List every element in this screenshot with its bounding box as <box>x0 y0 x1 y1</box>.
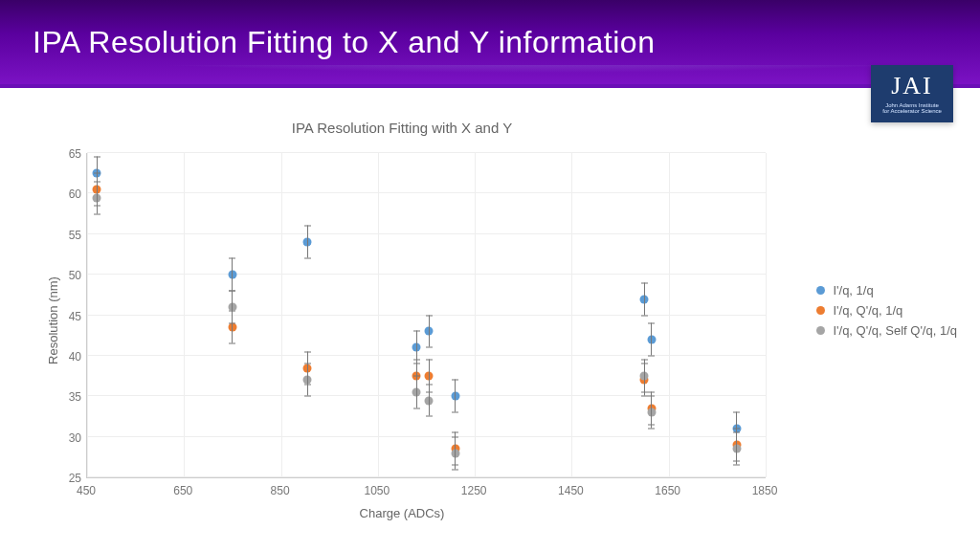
legend-item: I'/q, Q'/q, 1/q <box>816 303 957 318</box>
gridline-h <box>87 192 766 193</box>
data-point <box>228 323 236 332</box>
gridline-h <box>87 274 766 275</box>
jai-logo-line2: for Accelerator Science <box>882 108 942 115</box>
data-point <box>451 392 459 401</box>
y-tick: 40 <box>57 350 81 364</box>
legend-label: I'/q, Q'/q, 1/q <box>833 303 902 318</box>
x-tick: 1850 <box>752 484 778 497</box>
gridline-v <box>766 153 767 477</box>
data-point <box>228 271 236 279</box>
chart-title: IPA Resolution Fitting with X and Y <box>38 120 766 136</box>
legend-swatch <box>816 306 825 315</box>
y-tick: 65 <box>57 147 81 161</box>
y-tick: 50 <box>57 269 81 282</box>
slide-title-band: IPA Resolution Fitting to X and Y inform… <box>0 0 980 88</box>
gridline-v <box>378 153 379 477</box>
data-point <box>412 343 421 352</box>
gridline-h <box>87 355 766 356</box>
gridline-v <box>571 153 572 477</box>
gridline-v <box>669 153 670 477</box>
data-point <box>425 327 434 336</box>
jai-logo: JAI John Adams Institute for Accelerator… <box>871 65 953 122</box>
gridline-h <box>87 152 766 153</box>
legend-swatch <box>816 326 825 335</box>
title-swoosh <box>0 65 980 113</box>
x-tick: 1450 <box>558 484 584 497</box>
data-point <box>647 335 656 343</box>
y-tick: 35 <box>57 390 81 404</box>
data-point <box>640 372 649 381</box>
x-axis-label: Charge (ADCs) <box>38 506 766 520</box>
data-point <box>425 396 434 405</box>
data-point <box>451 449 459 457</box>
gridline-v <box>87 153 88 477</box>
gridline-h <box>87 476 766 477</box>
gridline-h <box>87 436 766 437</box>
x-tick: 450 <box>77 484 96 497</box>
y-tick: 60 <box>57 187 81 201</box>
x-tick: 1650 <box>655 484 680 497</box>
x-tick: 1050 <box>364 484 390 497</box>
y-tick: 30 <box>57 431 81 445</box>
data-point <box>647 408 656 417</box>
legend: I'/q, 1/qI'/q, Q'/q, 1/qI'/q, Q'/q, Self… <box>816 277 957 343</box>
data-point <box>640 295 649 303</box>
legend-item: I'/q, Q'/q, Self Q'/q, 1/q <box>816 323 957 338</box>
data-point <box>303 376 312 385</box>
chart: IPA Resolution Fitting with X and Y Reso… <box>38 124 766 517</box>
x-tick: 850 <box>271 484 290 497</box>
legend-item: I'/q, 1/q <box>816 283 957 298</box>
plot-area <box>86 153 766 478</box>
data-point <box>93 193 101 202</box>
data-point <box>425 372 434 381</box>
gridline-v <box>475 153 476 477</box>
legend-swatch <box>816 286 825 295</box>
x-tick: 1250 <box>461 484 487 497</box>
jai-logo-mark: JAI <box>891 73 933 100</box>
data-point <box>732 445 741 453</box>
y-tick: 45 <box>57 310 81 323</box>
data-point <box>228 303 236 312</box>
gridline-v <box>184 153 185 477</box>
y-tick: 55 <box>57 229 81 242</box>
gridline-h <box>87 233 766 234</box>
legend-label: I'/q, Q'/q, Self Q'/q, 1/q <box>833 323 957 338</box>
slide-title: IPA Resolution Fitting to X and Y inform… <box>33 25 655 60</box>
y-tick: 25 <box>57 472 81 485</box>
gridline-v <box>281 153 282 477</box>
x-tick: 650 <box>173 484 192 497</box>
legend-label: I'/q, 1/q <box>833 283 873 298</box>
jai-logo-line1: John Adams Institute <box>885 102 939 109</box>
data-point <box>412 388 421 397</box>
data-point <box>303 238 312 247</box>
